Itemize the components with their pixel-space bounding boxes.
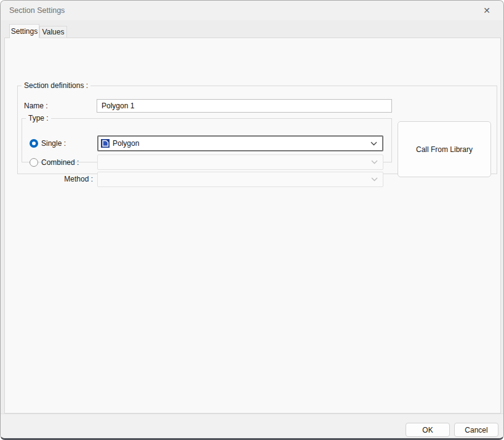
tab-settings[interactable]: Settings bbox=[9, 24, 39, 38]
section-settings-dialog: Section Settings ✕ Settings Values Secti… bbox=[0, 0, 504, 440]
name-label: Name : bbox=[24, 99, 48, 113]
call-from-library-button[interactable]: Call From Library bbox=[398, 121, 491, 177]
cancel-button[interactable]: Cancel bbox=[454, 423, 498, 437]
ok-button[interactable]: OK bbox=[406, 423, 450, 437]
dialog-footer: OK Cancel bbox=[1, 414, 503, 439]
title-bar: Section Settings ✕ bbox=[1, 1, 503, 20]
type-group: Type : Single : Polygon bbox=[22, 114, 392, 162]
tab-values[interactable]: Values bbox=[39, 26, 67, 38]
polygon-icon bbox=[101, 139, 110, 148]
section-definitions-group: Section definitions : Name : Type : Sing… bbox=[17, 81, 497, 174]
close-icon[interactable]: ✕ bbox=[474, 1, 500, 20]
single-type-dropdown[interactable]: Polygon bbox=[97, 135, 383, 151]
combined-radio[interactable] bbox=[30, 158, 38, 167]
single-type-value: Polygon bbox=[113, 139, 139, 148]
chevron-down-icon bbox=[370, 142, 377, 146]
chevron-down-icon bbox=[371, 177, 378, 182]
method-label: Method : bbox=[43, 172, 93, 187]
combined-radio-label: Combined : bbox=[41, 158, 79, 167]
single-radio-label: Single : bbox=[41, 139, 66, 148]
method-dropdown[interactable] bbox=[97, 172, 383, 187]
single-radio[interactable] bbox=[30, 139, 38, 148]
chevron-down-icon bbox=[371, 160, 378, 164]
type-legend: Type : bbox=[26, 114, 51, 122]
window-title: Section Settings bbox=[9, 1, 65, 20]
combined-type-dropdown[interactable] bbox=[97, 154, 383, 170]
settings-tab-page: Section definitions : Name : Type : Sing… bbox=[4, 38, 501, 414]
name-input[interactable] bbox=[97, 99, 392, 113]
section-definitions-legend: Section definitions : bbox=[22, 81, 90, 90]
